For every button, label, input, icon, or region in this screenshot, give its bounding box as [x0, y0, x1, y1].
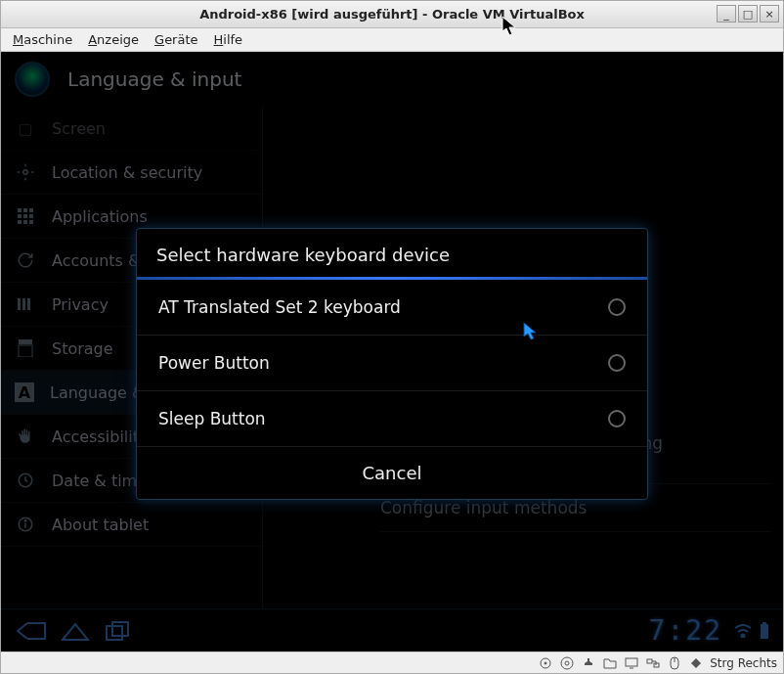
vb-hostkey-icon: [688, 655, 704, 671]
vb-cd-icon[interactable]: [559, 655, 575, 671]
guest-cursor-icon: [523, 322, 539, 341]
window-title: Android-x86 [wird ausgeführt] - Oracle V…: [1, 7, 783, 22]
vb-network-icon[interactable]: [645, 655, 661, 671]
vb-hostkey-label: Strg Rechts: [710, 656, 777, 670]
host-cursor-icon: [501, 16, 517, 37]
option-label: Sleep Button: [158, 409, 266, 428]
maximize-button[interactable]: □: [738, 5, 758, 22]
vb-mouse-icon[interactable]: [667, 655, 682, 671]
dialog-option-sleep-button[interactable]: Sleep Button: [137, 391, 647, 447]
svg-point-25: [544, 662, 546, 664]
close-button[interactable]: ×: [760, 5, 779, 22]
virtualbox-window: Android-x86 [wird ausgeführt] - Oracle V…: [0, 0, 784, 674]
window-menubar: Maschine Anzeige Geräte Hilfe: [1, 28, 783, 52]
svg-rect-28: [626, 658, 637, 666]
menu-display[interactable]: Anzeige: [82, 30, 145, 49]
dialog-title: Select hardware keyboard device: [137, 229, 647, 277]
radio-icon: [608, 354, 626, 372]
svg-rect-30: [647, 659, 652, 663]
window-titlebar[interactable]: Android-x86 [wird ausgeführt] - Oracle V…: [1, 1, 783, 28]
option-label: AT Translated Set 2 keyboard: [158, 297, 401, 317]
menu-help[interactable]: Hilfe: [208, 30, 249, 49]
radio-icon: [608, 410, 626, 427]
vb-folder-icon[interactable]: [602, 655, 618, 671]
vb-display-icon[interactable]: [624, 655, 639, 671]
minimize-button[interactable]: _: [717, 5, 736, 22]
cancel-button[interactable]: Cancel: [137, 447, 647, 499]
dialog-option-at-keyboard[interactable]: AT Translated Set 2 keyboard: [137, 280, 647, 336]
menu-machine[interactable]: Maschine: [7, 30, 78, 49]
radio-icon: [608, 298, 626, 316]
option-label: Power Button: [158, 353, 270, 373]
menu-devices[interactable]: Geräte: [149, 30, 203, 49]
svg-point-26: [561, 657, 573, 669]
android-viewport: Language & input ▢ Screen Location & sec…: [1, 52, 783, 652]
vb-usb-icon[interactable]: [581, 655, 596, 671]
vb-hdd-icon[interactable]: [538, 655, 553, 671]
svg-point-27: [565, 661, 569, 665]
dialog-option-power-button[interactable]: Power Button: [137, 336, 647, 391]
virtualbox-statusbar: Strg Rechts: [1, 652, 783, 673]
keyboard-select-dialog: Select hardware keyboard device AT Trans…: [136, 228, 648, 500]
